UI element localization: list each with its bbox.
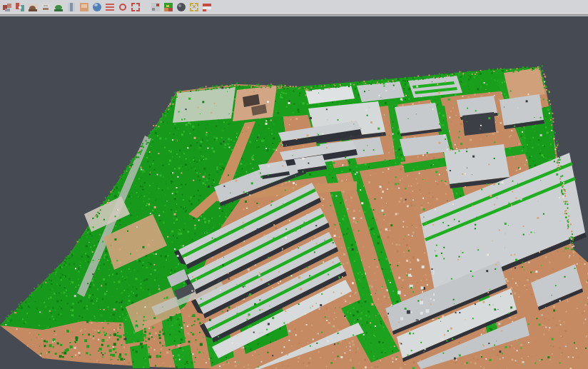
pointcloud-db-button[interactable] xyxy=(1,1,13,13)
terrain-button[interactable] xyxy=(27,1,39,13)
sphere-render-icon xyxy=(176,2,186,12)
pointcloud-db-icon xyxy=(2,2,12,12)
viewport-3d[interactable] xyxy=(0,0,588,369)
rect-select-icon xyxy=(131,2,141,12)
ground-points-icon xyxy=(41,2,51,12)
pointcloud-canvas[interactable] xyxy=(0,0,588,369)
circle-select-icon xyxy=(118,2,128,12)
ortho-view-icon xyxy=(79,2,89,12)
clip-box-button[interactable]: ✕ xyxy=(188,1,200,13)
tile-select-icon xyxy=(151,2,161,12)
registration-icon xyxy=(15,2,25,12)
registration-button[interactable] xyxy=(14,1,26,13)
circle-select-button[interactable] xyxy=(117,1,128,13)
vegetation-icon xyxy=(54,2,64,12)
section-view-icon xyxy=(66,2,76,12)
globe-view-icon xyxy=(92,2,102,12)
flag-button[interactable] xyxy=(201,1,213,13)
toolbar-separator xyxy=(0,15,588,16)
app-window: ✕ xyxy=(0,0,588,369)
ground-points-button[interactable] xyxy=(40,1,51,13)
classification-render-icon xyxy=(163,2,173,12)
section-view-button[interactable] xyxy=(66,1,77,13)
ortho-view-button[interactable] xyxy=(78,1,90,13)
vegetation-button[interactable] xyxy=(53,1,64,13)
terrain-icon xyxy=(28,2,38,12)
profile-icon xyxy=(105,2,115,12)
globe-view-button[interactable] xyxy=(91,1,103,13)
main-toolbar: ✕ xyxy=(0,0,588,15)
profile-button[interactable] xyxy=(104,1,116,13)
sphere-render-button[interactable] xyxy=(176,1,187,13)
tile-select-button[interactable] xyxy=(150,1,161,13)
rect-select-button[interactable] xyxy=(130,1,141,13)
classification-render-button[interactable] xyxy=(163,1,174,13)
flag-icon xyxy=(202,2,212,12)
clip-box-icon: ✕ xyxy=(189,2,199,12)
